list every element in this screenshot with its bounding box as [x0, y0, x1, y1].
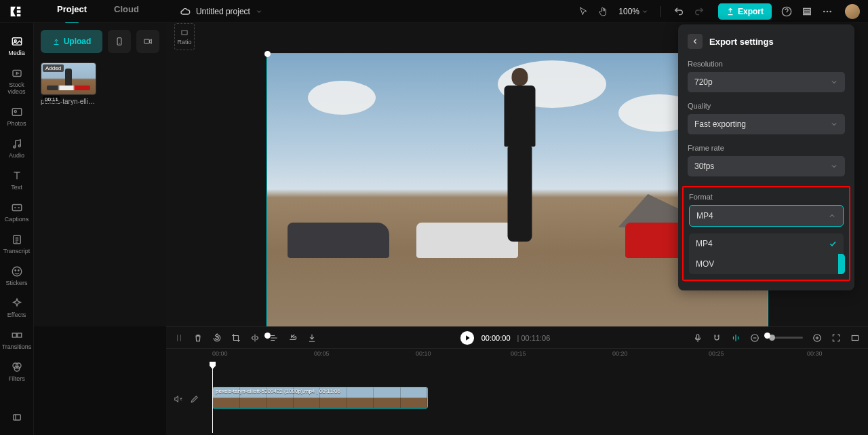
ratio-button[interactable]: Ratio	[174, 23, 195, 50]
check-icon	[829, 240, 837, 248]
more-icon[interactable]	[822, 6, 833, 17]
photos-icon	[11, 106, 23, 118]
sidebar-item-photos[interactable]: Photos	[0, 102, 34, 131]
svg-marker-10	[16, 73, 18, 75]
quality-select[interactable]: Fast exporting	[688, 114, 845, 134]
chevron-left-icon	[691, 37, 699, 45]
svg-rect-3	[804, 14, 811, 14]
svg-rect-20	[12, 333, 16, 337]
svg-rect-25	[13, 415, 20, 420]
svg-rect-29	[144, 39, 150, 43]
export-icon	[726, 7, 734, 16]
mute-icon[interactable]	[174, 394, 183, 404]
upload-button[interactable]: Upload	[41, 30, 102, 53]
reverse-icon[interactable]	[288, 333, 298, 343]
mic-icon[interactable]	[693, 333, 703, 343]
tab-cloud[interactable]: Cloud	[114, 4, 139, 18]
resolution-label: Resolution	[688, 60, 845, 68]
timeline-ruler[interactable]: 00:00 00:05 00:10 00:15 00:20 00:25 00:3…	[166, 349, 868, 365]
transcript-icon	[11, 233, 23, 246]
help-icon[interactable]	[781, 6, 792, 17]
project-title[interactable]: Untitled project	[180, 6, 262, 17]
svg-rect-21	[17, 333, 21, 337]
fullscreen-icon[interactable]	[850, 333, 860, 343]
delete-icon[interactable]	[193, 333, 203, 343]
resize-handle[interactable]	[764, 333, 770, 339]
format-option-mov[interactable]: MOV	[689, 254, 844, 274]
resolution-select[interactable]: 720p	[688, 72, 845, 92]
crop-icon[interactable]	[231, 333, 241, 343]
zoom-level[interactable]: 100%	[618, 7, 648, 16]
queue-icon[interactable]	[802, 6, 812, 17]
svg-point-14	[18, 145, 20, 147]
sidebar-item-transcript[interactable]: Transcript	[0, 229, 34, 259]
timeline-current: 00:00:00	[481, 334, 511, 342]
media-thumbnail[interactable]: Added 00:11 pexels-taryn-elliott...	[41, 62, 96, 105]
svg-point-17	[12, 267, 22, 276]
camera-icon	[143, 37, 153, 46]
sidebar-item-stock[interactable]: Stock videos	[0, 63, 34, 99]
effects-icon	[11, 297, 23, 309]
avatar[interactable]	[845, 4, 860, 19]
back-button[interactable]	[688, 34, 703, 49]
format-option-mp4[interactable]: MP4	[689, 233, 844, 254]
svg-rect-9	[13, 71, 21, 77]
svg-point-13	[13, 146, 15, 148]
sidebar-item-transitions[interactable]: Transitions	[0, 325, 34, 354]
sidebar-item-stickers[interactable]: Stickers	[0, 261, 34, 290]
tab-project[interactable]: Project	[57, 4, 87, 18]
download-icon[interactable]	[307, 333, 317, 343]
redo-icon[interactable]	[694, 6, 705, 17]
snap-icon[interactable]	[731, 333, 741, 343]
speed-icon[interactable]	[269, 333, 279, 343]
mirror-icon[interactable]	[250, 333, 260, 343]
apply-button-edge[interactable]	[838, 254, 845, 274]
zoom-out-icon[interactable]	[750, 333, 760, 343]
chevron-down-icon	[830, 78, 838, 86]
sidebar-item-captions[interactable]: Captions	[0, 197, 34, 227]
play-icon[interactable]	[460, 330, 475, 345]
chevron-down-icon	[642, 8, 648, 15]
fit-icon[interactable]	[831, 333, 841, 343]
framerate-label: Frame rate	[688, 144, 845, 152]
resize-handle[interactable]	[264, 51, 271, 57]
panel-title: Export settings	[709, 37, 774, 47]
sidebar-item-media[interactable]: Media	[0, 31, 34, 60]
collapse-icon[interactable]	[12, 412, 22, 423]
export-settings-panel: Export settings Resolution 720p Quality …	[678, 24, 854, 290]
format-select[interactable]: MP4	[689, 205, 844, 227]
chevron-down-icon	[830, 162, 838, 170]
text-icon	[11, 170, 23, 182]
thumbnail-duration: 00:11	[43, 96, 60, 103]
undo-icon[interactable]	[673, 6, 684, 17]
sidebar-item-effects[interactable]: Effects	[0, 293, 34, 322]
sidebar-item-filters[interactable]: Filters	[0, 357, 34, 386]
timeline-total: | 00:11:06	[517, 334, 551, 342]
sidebar-item-text[interactable]: Text	[0, 166, 34, 195]
rotate-left-icon[interactable]	[212, 333, 222, 343]
format-dropdown: MP4 MOV	[689, 233, 844, 274]
hand-icon[interactable]	[598, 6, 609, 17]
zoom-in-icon[interactable]	[812, 333, 822, 343]
format-label: Format	[689, 193, 844, 201]
resize-handle[interactable]	[264, 333, 271, 339]
magnet-icon[interactable]	[712, 333, 722, 343]
device-camera-button[interactable]	[136, 30, 159, 53]
zoom-slider[interactable]	[769, 337, 803, 339]
svg-point-23	[16, 363, 21, 368]
split-icon[interactable]	[174, 333, 184, 343]
svg-point-6	[829, 10, 831, 12]
chevron-up-icon	[828, 212, 836, 220]
framerate-select[interactable]: 30fps	[688, 156, 845, 176]
sidebar-item-audio[interactable]: Audio	[0, 134, 34, 163]
playhead[interactable]	[212, 365, 213, 433]
filters-icon	[11, 361, 23, 373]
cursor-icon[interactable]	[578, 6, 589, 17]
quality-label: Quality	[688, 102, 845, 110]
svg-rect-31	[182, 31, 187, 35]
export-button[interactable]: Export	[718, 3, 772, 20]
timeline-clip[interactable]: pexels-taryn-elliott-5309422 (1080p).mp4…	[212, 387, 428, 409]
svg-point-19	[18, 270, 19, 271]
device-phone-button[interactable]	[108, 30, 131, 53]
edit-icon[interactable]	[190, 394, 199, 404]
